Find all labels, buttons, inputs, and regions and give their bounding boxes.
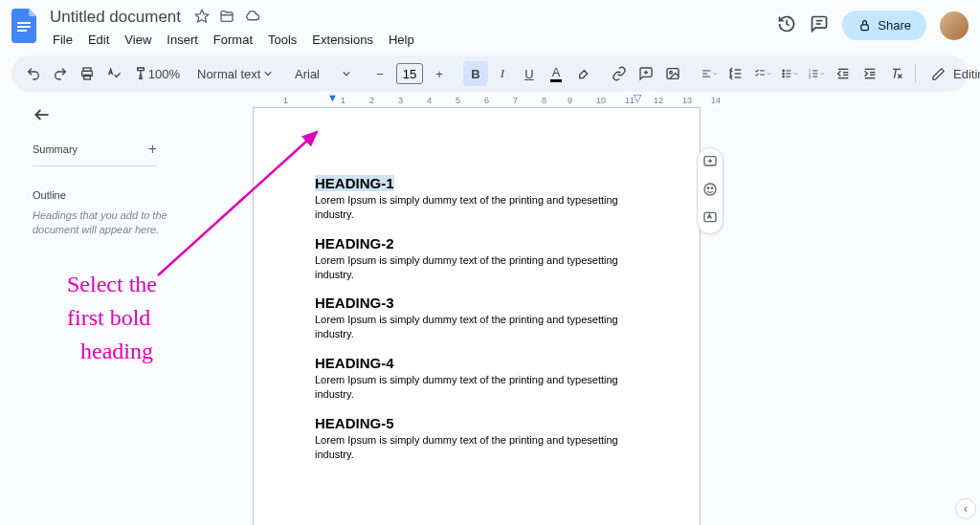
bold-button[interactable]: B	[463, 61, 488, 86]
menu-extensions[interactable]: Extensions	[305, 30, 380, 50]
share-label: Share	[878, 18, 911, 33]
doc-paragraph[interactable]: Lorem Ipsum is simply dummy text of the …	[315, 313, 638, 341]
svg-point-25	[783, 76, 785, 77]
insert-image-button[interactable]	[660, 61, 685, 86]
document-page[interactable]: HEADING-1Lorem Ipsum is simply dummy tex…	[253, 107, 701, 525]
svg-point-13	[670, 71, 673, 74]
menu-tools[interactable]: Tools	[261, 30, 303, 50]
separator	[915, 64, 916, 83]
svg-point-47	[704, 184, 716, 195]
menu-help[interactable]: Help	[382, 30, 421, 50]
user-avatar[interactable]	[940, 11, 969, 40]
font-size-input[interactable]	[396, 63, 423, 84]
svg-point-49	[711, 187, 712, 188]
comments-icon[interactable]	[810, 14, 829, 36]
doc-paragraph[interactable]: Lorem Ipsum is simply dummy text of the …	[315, 193, 638, 222]
outline-label: Outline	[33, 189, 222, 201]
menu-view[interactable]: View	[118, 30, 158, 50]
clear-formatting-button[interactable]	[884, 61, 909, 86]
editing-mode-button[interactable]: Editing	[922, 61, 980, 86]
summary-label: Summary	[33, 143, 78, 155]
close-outline-button[interactable]	[33, 105, 52, 127]
insert-link-button[interactable]	[607, 61, 632, 86]
svg-point-24	[783, 73, 785, 75]
increase-font-button[interactable]: +	[427, 61, 452, 86]
share-button[interactable]: Share	[842, 11, 926, 40]
explore-button[interactable]: ‹	[955, 498, 976, 519]
doc-heading[interactable]: HEADING-5	[315, 415, 638, 431]
doc-paragraph[interactable]: Lorem Ipsum is simply dummy text of the …	[315, 373, 638, 402]
svg-point-23	[783, 70, 785, 72]
doc-heading[interactable]: HEADING-2	[315, 235, 638, 252]
svg-rect-2	[17, 30, 27, 32]
menu-edit[interactable]: Edit	[81, 30, 116, 50]
underline-button[interactable]: U	[517, 61, 542, 86]
doc-heading[interactable]: HEADING-4	[315, 355, 638, 371]
add-emoji-icon[interactable]	[702, 182, 718, 200]
menu-file[interactable]: File	[46, 30, 79, 50]
checklist-button[interactable]	[750, 61, 775, 86]
italic-button[interactable]: I	[490, 61, 515, 86]
add-summary-button[interactable]: +	[148, 141, 157, 158]
svg-point-48	[707, 187, 708, 188]
doc-paragraph[interactable]: Lorem Ipsum is simply dummy text of the …	[315, 433, 638, 462]
align-button[interactable]	[697, 61, 722, 86]
suggest-edits-icon[interactable]	[702, 209, 718, 228]
zoom-select[interactable]: 100%	[155, 61, 180, 86]
svg-marker-3	[195, 10, 208, 22]
annotation-text: Select the first bold heading	[67, 268, 157, 367]
increase-indent-button[interactable]	[858, 61, 882, 86]
decrease-font-button[interactable]: −	[368, 61, 392, 86]
docs-logo[interactable]	[11, 9, 38, 46]
decrease-indent-button[interactable]	[831, 61, 856, 86]
font-size-control: − +	[368, 61, 452, 86]
line-spacing-button[interactable]	[724, 61, 748, 86]
highlight-button[interactable]	[570, 61, 595, 86]
svg-rect-6	[861, 25, 869, 31]
svg-text:3: 3	[809, 76, 811, 79]
doc-paragraph[interactable]: Lorem Ipsum is simply dummy text of the …	[315, 253, 638, 282]
header-right: Share	[777, 11, 969, 40]
vertical-ruler	[0, 94, 13, 521]
doc-heading[interactable]: HEADING-3	[315, 295, 638, 311]
outline-hint: Headings that you add to the document wi…	[33, 208, 205, 238]
doc-heading[interactable]: HEADING-1	[315, 175, 638, 191]
font-select[interactable]: Arial	[289, 61, 356, 86]
menu-bar: File Edit View Insert Format Tools Exten…	[46, 30, 777, 50]
redo-button[interactable]	[48, 61, 73, 86]
move-icon[interactable]	[219, 9, 234, 27]
app-header: Untitled document File Edit View Insert …	[0, 0, 980, 54]
numbered-list-button[interactable]: 123	[804, 61, 829, 86]
svg-rect-0	[17, 22, 31, 24]
menu-insert[interactable]: Insert	[160, 30, 205, 50]
undo-button[interactable]	[21, 61, 46, 86]
star-icon[interactable]	[194, 9, 210, 27]
svg-rect-1	[17, 26, 31, 28]
add-comment-icon[interactable]	[702, 154, 718, 172]
print-button[interactable]	[75, 61, 100, 86]
menu-format[interactable]: Format	[207, 30, 259, 50]
toolbar: 100% Normal text Arial − + B I U A 123 E…	[11, 55, 969, 92]
document-area: ▼ 1 1 2 3 4 5 6 7 8 9 10 11 ▽ 12 13 14 H…	[241, 94, 980, 521]
bullet-list-button[interactable]	[777, 61, 802, 86]
insert-comment-button[interactable]	[634, 61, 658, 86]
paragraph-style-select[interactable]: Normal text	[191, 61, 278, 86]
text-color-button[interactable]: A	[544, 61, 568, 86]
cloud-icon[interactable]	[244, 8, 260, 27]
spellcheck-button[interactable]	[101, 61, 126, 86]
document-title[interactable]: Untitled document	[46, 7, 185, 28]
title-area: Untitled document File Edit View Insert …	[46, 7, 777, 50]
history-icon[interactable]	[777, 14, 796, 36]
side-comment-tools	[697, 147, 724, 234]
